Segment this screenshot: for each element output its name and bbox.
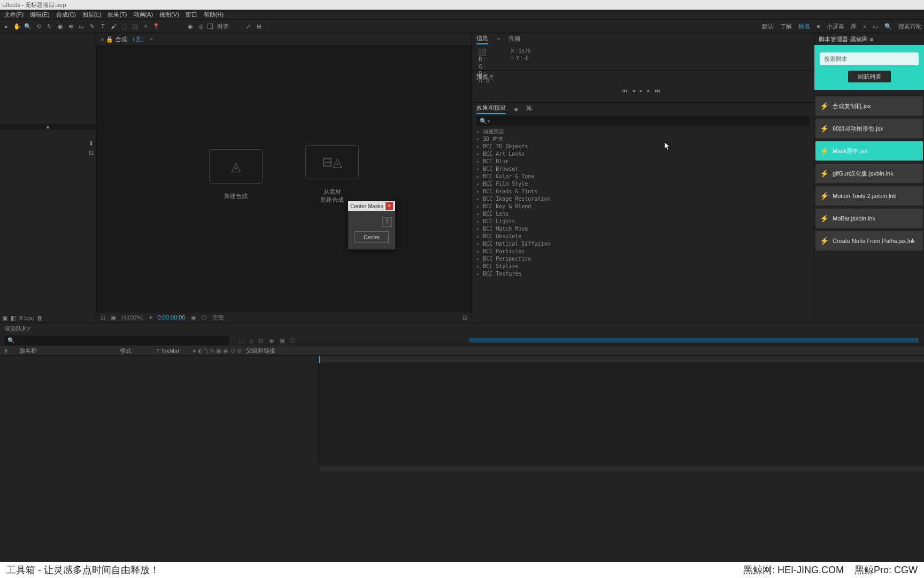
mask-mode-icon[interactable]: ◉: [186, 22, 195, 31]
timeline-layers[interactable]: [0, 356, 319, 472]
col-trkmat[interactable]: T TrkMat: [156, 348, 188, 354]
hand-tool-icon[interactable]: ✋: [13, 22, 21, 31]
cf-res[interactable]: 完整: [212, 314, 224, 322]
dialog-close-icon[interactable]: ×: [386, 202, 393, 210]
preview-label[interactable]: 预览: [476, 73, 488, 80]
align-checkbox[interactable]: [207, 24, 213, 29]
script-item[interactable]: ⚡80组运动图形包.jsx: [815, 119, 923, 138]
effects-search[interactable]: 🔍▾: [476, 116, 810, 126]
tl-icon5[interactable]: ▣: [280, 337, 285, 344]
effect-item[interactable]: BCC Textures: [476, 270, 810, 278]
proj-icon2[interactable]: ◧: [11, 315, 16, 322]
comp-close-icon[interactable]: ×: [101, 36, 104, 43]
effect-item[interactable]: BCC Art Looks: [476, 150, 810, 158]
orbit-tool-icon[interactable]: ⟲: [34, 22, 43, 31]
workspace-default[interactable]: 默认: [762, 22, 774, 31]
cf-icon1[interactable]: ⊡: [101, 314, 105, 321]
render-queue-tab[interactable]: 渲染队列: [4, 325, 28, 333]
timeline-graph[interactable]: [319, 356, 924, 472]
snap2-icon[interactable]: ⊞: [255, 22, 263, 31]
zoom-tool-icon[interactable]: 🔍: [24, 22, 32, 31]
timeline-search[interactable]: 🔍: [4, 336, 229, 345]
cf-time[interactable]: 0:00:00:00: [158, 314, 186, 321]
effect-item[interactable]: BCC Obsolete: [476, 233, 810, 240]
workspace-menu-icon[interactable]: ≡: [817, 23, 820, 29]
proj-icon1[interactable]: ▣: [2, 315, 7, 322]
comp-lock-icon[interactable]: 🔒: [106, 36, 113, 43]
effect-item[interactable]: BCC Lens: [476, 210, 810, 218]
effect-item[interactable]: BCC Image Restoration: [476, 195, 810, 203]
menu-edit[interactable]: 编辑(E): [28, 11, 52, 19]
workspace-learn[interactable]: 了解: [780, 22, 792, 31]
render-menu-icon[interactable]: ≡: [28, 325, 31, 332]
tab-presets[interactable]: 效果和预设: [476, 104, 506, 114]
tab-info[interactable]: 信息: [476, 34, 488, 44]
tab-library[interactable]: 库: [526, 104, 532, 113]
effect-item[interactable]: BCC Key & Blend: [476, 203, 810, 210]
new-comp-card[interactable]: ◬ 新建合成: [204, 149, 268, 200]
col-source[interactable]: 源名称: [19, 347, 116, 355]
tl-icon3[interactable]: ⊡: [259, 337, 264, 344]
effect-item[interactable]: BCC Match Move: [476, 225, 810, 233]
timeline-ruler[interactable]: [319, 356, 924, 363]
comp-tab-label[interactable]: 合成: [116, 35, 127, 43]
script-item[interactable]: ⚡gifGun汉化版.jsxbin.lnk: [815, 164, 923, 183]
pen-tool-icon[interactable]: ✎: [88, 22, 96, 31]
menu-help[interactable]: 帮助(H): [202, 11, 226, 19]
effect-item[interactable]: BCC Browser: [476, 165, 810, 173]
playhead[interactable]: [319, 356, 320, 363]
effect-item[interactable]: BCC Grads & Tints: [476, 188, 810, 195]
brush-tool-icon[interactable]: 🖌: [109, 22, 118, 31]
script-item[interactable]: ⚡Motion Tools 2.jsxbin.lnk: [815, 186, 923, 206]
roto-tool-icon[interactable]: ✧: [141, 22, 150, 31]
refresh-button[interactable]: 刷新列表: [848, 71, 891, 82]
first-frame-icon[interactable]: ⏮: [622, 87, 632, 94]
script-item[interactable]: ⚡合成复制机.jsx: [815, 96, 923, 116]
script-item[interactable]: ⚡MoBar.jsxbin.lnk: [815, 209, 923, 228]
effect-item[interactable]: BCC Film Style: [476, 180, 810, 188]
script-search-input[interactable]: [820, 52, 919, 65]
project-flow-icon[interactable]: ⊡: [89, 149, 94, 156]
script-menu-icon[interactable]: ≡: [870, 36, 873, 42]
bpc-label[interactable]: 8 bpc: [19, 315, 34, 321]
effect-item[interactable]: BCC Particles: [476, 248, 810, 255]
puppet-tool-icon[interactable]: 📍: [152, 22, 160, 31]
cf-zoom[interactable]: (4100%): [121, 314, 144, 321]
effects-menu-icon[interactable]: ≡: [514, 106, 518, 112]
project-tree-icon[interactable]: ⬇: [89, 140, 94, 147]
text-tool-icon[interactable]: T: [98, 22, 107, 31]
from-footage-card[interactable]: ⊟◬ 从素材 新建合成: [300, 145, 364, 204]
effect-item[interactable]: 动画预设: [476, 128, 810, 135]
menu-comp[interactable]: 合成(C): [54, 11, 78, 19]
cf-icon5[interactable]: ⬡: [202, 314, 207, 321]
effect-item[interactable]: BCC Lights: [476, 218, 810, 225]
tl-icon2[interactable]: ◬: [249, 337, 253, 344]
menu-file[interactable]: 文件(F): [2, 11, 26, 19]
menu-window[interactable]: 窗口: [183, 11, 199, 19]
prev-frame-icon[interactable]: ◀: [632, 87, 640, 94]
cf-icon3[interactable]: ▾: [149, 314, 152, 321]
tl-icon4[interactable]: ◉: [269, 337, 274, 344]
col-parent[interactable]: 父级和链接: [246, 347, 289, 355]
camera-tool-icon[interactable]: ▣: [56, 22, 64, 31]
menu-effect[interactable]: 效果(T): [105, 11, 129, 19]
script-item[interactable]: ⚡Create Nulls From Paths.jsx.lnk: [815, 231, 923, 250]
workspace-standard[interactable]: 标准: [798, 22, 810, 31]
effect-item[interactable]: BCC Stylize: [476, 263, 810, 270]
script-item[interactable]: ⚡Mask居中.jsx: [815, 141, 923, 161]
effect-item[interactable]: 3D 声道: [476, 135, 810, 143]
cf-flow-icon[interactable]: ⊡: [463, 314, 467, 321]
effect-item[interactable]: BCC Perspective: [476, 255, 810, 263]
cf-icon4[interactable]: ◉: [191, 314, 196, 321]
dialog-help-button[interactable]: ?: [382, 217, 392, 227]
last-frame-icon[interactable]: ⏭: [654, 87, 665, 94]
shape-mode-icon[interactable]: ◎: [197, 22, 205, 31]
next-frame-icon[interactable]: ▶: [647, 87, 654, 94]
search-icon[interactable]: 🔍: [884, 23, 892, 30]
trash-icon[interactable]: 🗑: [37, 315, 43, 321]
eraser-tool-icon[interactable]: ◫: [130, 22, 139, 31]
play-icon[interactable]: ▶: [640, 87, 647, 94]
work-area-bar[interactable]: [469, 338, 919, 343]
col-mode[interactable]: 模式: [120, 347, 152, 355]
project-divider[interactable]: ▲: [0, 124, 96, 130]
